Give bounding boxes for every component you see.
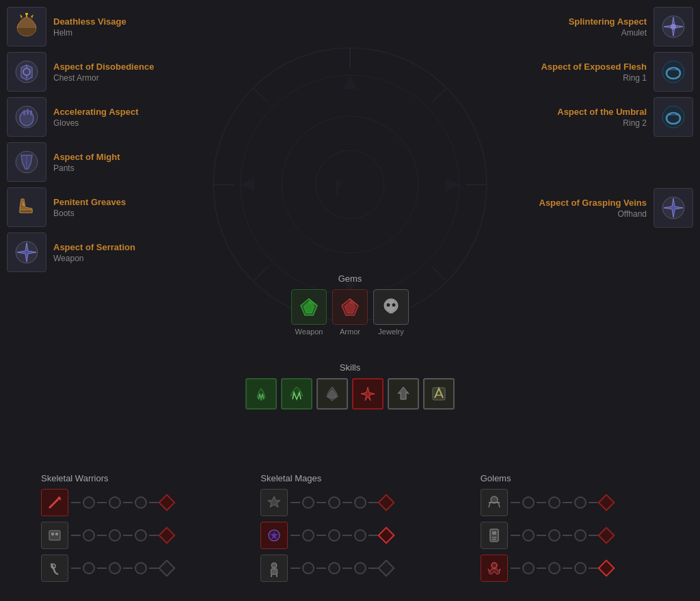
skill-5[interactable] [388, 378, 419, 410]
mage-icon-2[interactable] [260, 522, 288, 549]
skill-6[interactable] [423, 378, 455, 410]
svg-point-1 [241, 75, 459, 294]
left-equipment-column: Deathless Visage Helm Aspect of Disobedi… [7, 7, 205, 278]
gem-armor-label: Armor [340, 328, 360, 336]
skills-row [206, 378, 494, 410]
warrior-row-1 [41, 489, 247, 516]
equip-item-chest[interactable]: Aspect of Disobedience Chest Armor [7, 52, 205, 92]
golem-dots-2 [511, 529, 612, 542]
offhand-name: Aspect of Grasping Veins [539, 198, 647, 208]
svg-rect-74 [492, 531, 496, 535]
gem-jewelry[interactable]: Jewelry [373, 289, 409, 336]
skills-section: Skills [206, 362, 494, 410]
warrior-icon-1[interactable] [41, 489, 68, 516]
golems-title: Golems [481, 473, 686, 483]
weapon-name: Aspect of Serration [53, 242, 135, 252]
svg-point-3 [316, 150, 384, 219]
golem-row-3 [481, 555, 686, 582]
helm-slot: Helm [53, 28, 126, 38]
gem-weapon-icon [291, 289, 327, 325]
equip-item-pants[interactable]: Aspect of Might Pants [7, 142, 205, 182]
equip-item-helm[interactable]: Deathless Visage Helm [7, 7, 205, 46]
equip-icon-chest [7, 52, 46, 92]
gloves-name: Accelerating Aspect [53, 107, 139, 117]
mage-dots-2 [291, 529, 392, 542]
gem-weapon[interactable]: Weapon [291, 289, 327, 336]
svg-point-66 [271, 563, 277, 568]
svg-point-49 [387, 304, 390, 307]
equip-item-boots[interactable]: Penitent Greaves Boots [7, 187, 205, 227]
equip-item-offhand[interactable]: Aspect of Grasping Veins Offhand [495, 188, 693, 228]
svg-line-57 [49, 497, 60, 508]
svg-line-11 [254, 267, 268, 281]
equip-item-ring2[interactable]: Aspect of the Umbral Ring 2 [495, 97, 693, 137]
mage-dots-1 [291, 496, 392, 509]
golem-icon-3[interactable] [481, 555, 508, 582]
amulet-name: Splintering Aspect [569, 16, 647, 27]
svg-point-18 [25, 13, 28, 15]
warrior-icon-2[interactable] [41, 522, 68, 549]
offhand-slot: Offhand [539, 209, 647, 219]
golem-icon-2[interactable] [481, 522, 508, 549]
skill-4[interactable] [352, 378, 383, 410]
skill-3[interactable] [317, 378, 348, 410]
warrior-icon-3[interactable] [41, 555, 68, 582]
warrior-dots-2 [71, 529, 173, 542]
svg-text:ᚠ: ᚠ [333, 178, 345, 199]
golem-dots-1 [511, 496, 612, 509]
svg-line-72 [498, 503, 500, 507]
svg-marker-15 [446, 178, 459, 191]
warrior-row-3 [41, 555, 247, 582]
equip-item-weapon[interactable]: Aspect of Serration Weapon [7, 232, 205, 272]
skill-2[interactable] [281, 378, 312, 410]
minion-group-golems: Golems [481, 473, 686, 587]
main-container: ᚠ Deathless Visage Helm [0, 0, 700, 601]
gems-section: Gems Weapon [291, 273, 409, 336]
equip-text-offhand: Aspect of Grasping Veins Offhand [539, 198, 647, 219]
right-equipment-column: Splintering Aspect Amulet Aspect of Expo… [495, 7, 693, 233]
minion-group-mages: Skeletal Mages [260, 473, 466, 587]
weapon-slot: Weapon [53, 254, 135, 263]
golem-icon-1[interactable] [481, 489, 508, 516]
svg-marker-12 [343, 75, 357, 89]
mages-title: Skeletal Mages [260, 473, 466, 483]
mage-icon-1[interactable] [260, 489, 288, 516]
equip-text-ring2: Aspect of the Umbral Ring 2 [557, 107, 647, 128]
gem-weapon-label: Weapon [295, 328, 323, 336]
chest-name: Aspect of Disobedience [53, 62, 154, 72]
equip-item-amulet[interactable]: Splintering Aspect Amulet [495, 7, 693, 46]
skills-label: Skills [206, 362, 494, 373]
minion-sections: Skeletal Warriors [41, 473, 686, 587]
equip-text-chest: Aspect of Disobedience Chest Armor [53, 62, 154, 83]
svg-rect-59 [49, 531, 60, 540]
equip-icon-amulet [654, 7, 693, 46]
svg-marker-14 [241, 178, 254, 191]
equip-item-gloves[interactable]: Accelerating Aspect Gloves [7, 97, 205, 137]
equip-text-helm: Deathless Visage Helm [53, 16, 126, 38]
equip-text-weapon: Aspect of Serration Weapon [53, 242, 135, 263]
equip-item-ring1[interactable]: Aspect of Exposed Flesh Ring 1 [495, 52, 693, 92]
chest-slot: Chest Armor [53, 73, 154, 83]
pants-name: Aspect of Might [53, 152, 120, 162]
helm-name: Deathless Visage [53, 16, 126, 27]
ring1-name: Aspect of Exposed Flesh [541, 62, 647, 72]
gem-armor[interactable]: Armor [332, 289, 368, 336]
equip-icon-ring1 [654, 52, 693, 92]
equip-text-amulet: Splintering Aspect Amulet [569, 16, 647, 38]
warrior-dots-1 [71, 496, 173, 509]
svg-line-9 [432, 267, 446, 281]
ring2-name: Aspect of the Umbral [557, 107, 647, 117]
amulet-slot: Amulet [569, 28, 647, 38]
pants-slot: Pants [53, 163, 120, 173]
skill-1[interactable] [245, 378, 277, 410]
svg-point-34 [671, 24, 676, 29]
equip-text-pants: Aspect of Might Pants [53, 152, 120, 173]
svg-point-50 [392, 304, 396, 307]
equip-icon-ring2 [654, 97, 693, 137]
mage-icon-3[interactable] [260, 555, 288, 582]
golem-dots-3 [511, 562, 612, 574]
ring1-slot: Ring 1 [541, 73, 647, 83]
mage-row-1 [260, 489, 466, 516]
equip-icon-boots [7, 187, 46, 227]
equip-text-boots: Penitent Greaves Boots [53, 197, 126, 218]
